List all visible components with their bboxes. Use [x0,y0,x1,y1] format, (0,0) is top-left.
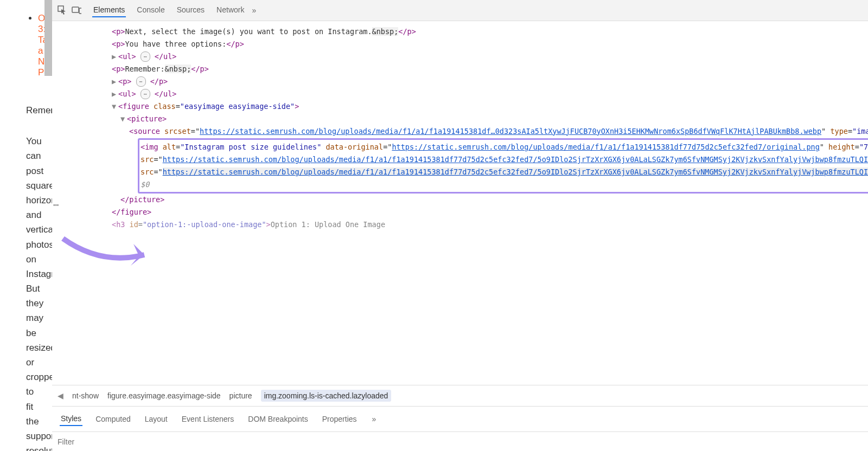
inspect-icon[interactable] [58,5,67,15]
more-tabs-icon[interactable]: » [252,6,256,15]
breadcrumb-prev-icon[interactable]: ◀ [58,391,63,400]
selected-img-node[interactable]: <img alt="Instagram post size guidelines… [138,138,868,194]
styles-tab-dom-breakpoints[interactable]: DOM Breakpoints [247,413,309,426]
breadcrumb-item[interactable]: figure.easyimage.easyimage-side [107,391,221,400]
styles-tabs: StylesComputedLayoutEvent ListenersDOM B… [52,406,868,431]
devtools-toolbar: ElementsConsoleSourcesNetwork » ✕61 ✕1 ⚙… [52,0,868,21]
collapse-handle-icon[interactable]: ⋯ [53,197,59,214]
elements-tree[interactable]: <p>Next, select the image(s) you want to… [52,21,868,385]
styles-tab-styles[interactable]: Styles [60,412,82,426]
styles-filter-row: :hov .cls + [52,431,868,451]
devtools-tab-network[interactable]: Network [215,3,245,17]
dom-breadcrumb[interactable]: ◀ nt-showfigure.easyimage.easyimage-side… [52,385,868,406]
devtools-tab-elements[interactable]: Elements [92,3,126,17]
styles-tab-computed[interactable]: Computed [94,413,132,426]
devtools-panel: ElementsConsoleSourcesNetwork » ✕61 ✕1 ⚙… [52,0,868,451]
annotation-arrow-2 [58,228,161,276]
svg-rect-1 [72,7,79,12]
device-icon[interactable] [72,5,81,15]
styles-tab-event-listeners[interactable]: Event Listeners [181,413,235,426]
scrollbar[interactable] [44,0,52,76]
devtools-tabs: ElementsConsoleSourcesNetwork [92,3,245,17]
breadcrumb-item[interactable]: picture [229,391,252,400]
styles-tab-layout[interactable]: Layout [144,413,169,426]
styles-tab-properties[interactable]: Properties [321,413,358,426]
devtools-tab-console[interactable]: Console [136,3,165,17]
styles-filter-input[interactable] [58,437,868,446]
styles-more-icon[interactable]: » [372,415,376,423]
devtools-tab-sources[interactable]: Sources [176,3,206,17]
breadcrumb-item[interactable]: nt-show [72,391,99,400]
breadcrumb-item[interactable]: img.zooming.ls-is-cached.lazyloaded [261,390,392,402]
svg-rect-2 [79,8,81,14]
